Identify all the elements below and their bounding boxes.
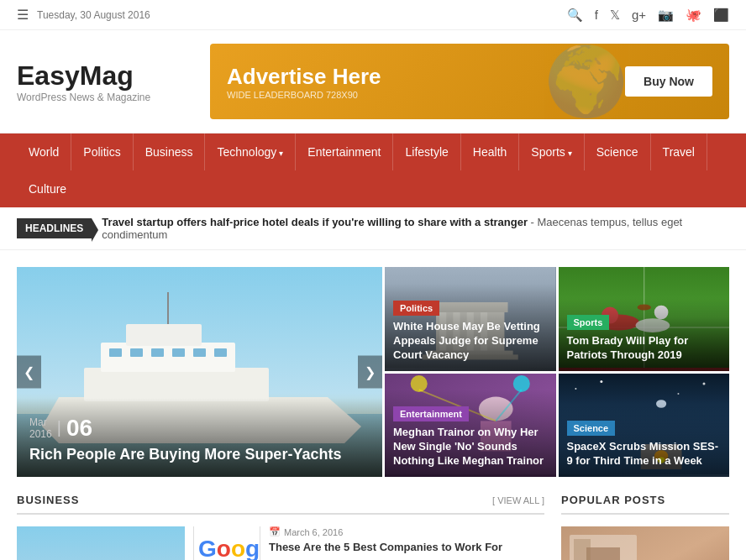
flickr-icon[interactable]: ⬛ bbox=[713, 8, 729, 23]
svg-rect-12 bbox=[214, 348, 227, 357]
entertainment-article-card[interactable]: Entertainment Meghan Trainor on Why Her … bbox=[385, 374, 556, 478]
svg-rect-5 bbox=[126, 324, 202, 346]
nav-item-lifestyle[interactable]: Lifestyle bbox=[393, 133, 460, 170]
nav-item-entertainment[interactable]: Entertainment bbox=[296, 133, 393, 170]
headlines-story[interactable]: Travel startup offers half-price hotel d… bbox=[102, 216, 528, 228]
featured-main-title: Rich People Are Buying More Super-Yachts bbox=[29, 445, 370, 464]
logo-title[interactable]: EasyMag bbox=[17, 60, 185, 92]
sports-category-badge: Sports bbox=[567, 315, 610, 330]
bottom-section: BUSINESS [ VIEW ALL ] bbox=[17, 494, 729, 560]
ad-banner: 🌍 Advertise Here WIDE LEADERBOARD 728X90… bbox=[210, 44, 729, 119]
featured-main-card[interactable]: ❮ ❯ Mar 2016 | 06 Rich People Are Buying… bbox=[17, 267, 382, 477]
business-view-all-link[interactable]: [ VIEW ALL ] bbox=[492, 495, 544, 505]
github-icon[interactable]: 🐙 bbox=[686, 8, 701, 23]
nav-item-travel[interactable]: Travel bbox=[651, 133, 707, 170]
business-section: BUSINESS [ VIEW ALL ] bbox=[17, 494, 544, 560]
nav-item-world[interactable]: World bbox=[17, 133, 71, 170]
featured-date-month: Mar 2016 bbox=[29, 416, 52, 440]
logo-tagline: WordPress News & Magazine bbox=[17, 92, 185, 103]
nav-link-technology[interactable]: Technology▾ bbox=[205, 133, 295, 170]
nav-item-culture[interactable]: Culture bbox=[17, 170, 78, 207]
science-category-badge: Science bbox=[567, 421, 616, 436]
facebook-icon[interactable]: f bbox=[595, 8, 598, 22]
main-nav: World Politics Business Technology▾ Ente… bbox=[0, 133, 746, 207]
nav-link-sports[interactable]: Sports▾ bbox=[519, 133, 583, 170]
date-display: Tuesday, 30 August 2016 bbox=[37, 9, 150, 21]
featured-main-overlay: Mar 2016 | 06 Rich People Are Buying Mor… bbox=[17, 398, 382, 477]
sports-card-title: Tom Brady Will Play for Patriots Through… bbox=[567, 334, 722, 363]
svg-rect-9 bbox=[151, 348, 164, 357]
sports-article-card[interactable]: Sports Tom Brady Will Play for Patriots … bbox=[559, 267, 730, 371]
entertainment-card-overlay: Entertainment Meghan Trainor on Why Her … bbox=[385, 390, 556, 477]
calendar-icon: 📅 bbox=[269, 526, 281, 537]
menu-icon[interactable]: ☰ bbox=[17, 7, 29, 23]
business-article-1-date: 📅 March 6, 2016 bbox=[269, 526, 544, 537]
svg-point-41 bbox=[702, 382, 705, 385]
entertainment-category-badge: Entertainment bbox=[393, 406, 469, 421]
svg-rect-60 bbox=[574, 539, 591, 560]
prev-arrow-button[interactable]: ❮ bbox=[17, 356, 41, 389]
nav-item-politics[interactable]: Politics bbox=[71, 133, 133, 170]
main-content: ❮ ❯ Mar 2016 | 06 Rich People Are Buying… bbox=[0, 250, 746, 560]
business-section-title: BUSINESS bbox=[17, 494, 79, 506]
nav-item-business[interactable]: Business bbox=[134, 133, 206, 170]
business-article-1-thumb: Google bbox=[193, 526, 260, 560]
ad-subtitle: WIDE LEADERBOARD 728X90 bbox=[227, 90, 381, 100]
politics-card-title: White House May Be Vetting Appeals Judge… bbox=[393, 320, 548, 363]
featured-side: Politics White House May Be Vetting Appe… bbox=[385, 267, 556, 477]
nav-link-lifestyle[interactable]: Lifestyle bbox=[393, 133, 460, 170]
svg-rect-59 bbox=[586, 547, 620, 560]
nav-link-health[interactable]: Health bbox=[461, 133, 518, 170]
nav-link-business[interactable]: Business bbox=[134, 133, 205, 170]
logo-area: EasyMag WordPress News & Magazine bbox=[17, 60, 185, 103]
svg-text:Google: Google bbox=[198, 536, 260, 560]
entertainment-card-title: Meghan Trainor on Why Her New Single 'No… bbox=[393, 426, 548, 468]
business-grid: Google 📅 March 6, 2016 These Are the 5 B… bbox=[17, 526, 544, 560]
search-icon[interactable]: 🔍 bbox=[567, 8, 583, 23]
svg-point-40 bbox=[677, 393, 679, 395]
ad-map-icon: 🌍 bbox=[544, 44, 628, 119]
ad-buy-button[interactable]: Buy Now bbox=[625, 66, 712, 97]
nav-link-culture[interactable]: Culture bbox=[17, 170, 78, 207]
nav-item-technology[interactable]: Technology▾ bbox=[205, 133, 296, 170]
business-main-image bbox=[17, 526, 185, 560]
nav-item-health[interactable]: Health bbox=[461, 133, 519, 170]
popular-post-image bbox=[561, 526, 729, 560]
nav-link-travel[interactable]: Travel bbox=[651, 133, 707, 170]
headlines-bar: HEADLINES Travel startup offers half-pri… bbox=[0, 207, 746, 250]
business-articles-list: Google 📅 March 6, 2016 These Are the 5 B… bbox=[193, 526, 544, 560]
popular-section-title: POPULAR POSTS bbox=[561, 494, 665, 506]
nav-link-world[interactable]: World bbox=[17, 133, 71, 170]
business-article-1-title: These Are the 5 Best Companies to Work F… bbox=[269, 541, 544, 555]
top-bar-left: ☰ Tuesday, 30 August 2016 bbox=[17, 7, 150, 23]
science-card-overlay: Science SpaceX Scrubs Mission SES-9 for … bbox=[559, 404, 730, 477]
featured-side-right: Sports Tom Brady Will Play for Patriots … bbox=[559, 267, 730, 477]
svg-rect-3 bbox=[84, 368, 269, 401]
business-article-1[interactable]: Google 📅 March 6, 2016 These Are the 5 B… bbox=[193, 526, 544, 560]
instagram-icon[interactable]: 📷 bbox=[658, 8, 674, 23]
svg-rect-11 bbox=[193, 348, 206, 357]
nav-item-sports[interactable]: Sports▾ bbox=[519, 133, 584, 170]
nav-link-science[interactable]: Science bbox=[585, 133, 650, 170]
twitter-icon[interactable]: 𝕏 bbox=[610, 8, 620, 23]
popular-section: POPULAR POSTS bbox=[561, 494, 729, 560]
politics-article-card[interactable]: Politics White House May Be Vetting Appe… bbox=[385, 267, 556, 371]
science-article-card[interactable]: Science SpaceX Scrubs Mission SES-9 for … bbox=[559, 374, 730, 478]
politics-category-badge: Politics bbox=[393, 301, 439, 316]
nav-item-science[interactable]: Science bbox=[585, 133, 651, 170]
svg-rect-7 bbox=[109, 348, 122, 357]
featured-main-date: Mar 2016 | 06 bbox=[29, 415, 370, 442]
ad-title: Advertise Here bbox=[227, 64, 381, 90]
nav-link-entertainment[interactable]: Entertainment bbox=[296, 133, 392, 170]
nav-link-politics[interactable]: Politics bbox=[71, 133, 132, 170]
featured-date-num: 06 bbox=[66, 415, 92, 442]
social-icons: 🔍 f 𝕏 g+ 📷 🐙 ⬛ bbox=[567, 8, 729, 23]
next-arrow-button[interactable]: ❯ bbox=[358, 356, 382, 389]
featured-grid: ❮ ❯ Mar 2016 | 06 Rich People Are Buying… bbox=[17, 267, 729, 477]
google-plus-icon[interactable]: g+ bbox=[632, 8, 646, 22]
politics-card-overlay: Politics White House May Be Vetting Appe… bbox=[385, 284, 556, 371]
headlines-label: HEADLINES bbox=[17, 218, 92, 238]
header-wrapper: EasyMag WordPress News & Magazine 🌍 Adve… bbox=[0, 30, 746, 133]
svg-point-39 bbox=[600, 380, 602, 383]
popular-section-header: POPULAR POSTS bbox=[561, 494, 729, 515]
